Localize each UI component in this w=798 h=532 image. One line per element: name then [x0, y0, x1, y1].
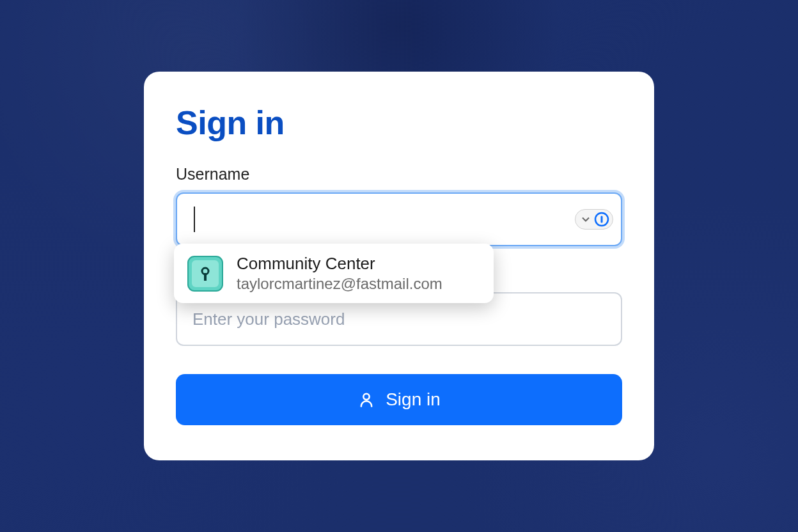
username-input-wrapper: [176, 192, 622, 246]
autofill-subtitle: taylorcmartinez@fastmail.com: [237, 275, 442, 293]
username-label: Username: [176, 165, 622, 184]
svg-point-2: [364, 394, 370, 400]
page-title: Sign in: [176, 104, 622, 142]
autofill-controls[interactable]: [575, 209, 613, 230]
text-cursor: [194, 207, 195, 232]
chevron-down-icon[interactable]: [579, 212, 593, 226]
autofill-title: Community Center: [237, 254, 442, 274]
signin-button[interactable]: Sign in: [176, 374, 622, 425]
svg-rect-6: [204, 273, 207, 281]
svg-rect-1: [601, 216, 603, 223]
autofill-suggestion[interactable]: Community Center taylorcmartinez@fastmai…: [174, 244, 494, 303]
username-input[interactable]: [176, 192, 622, 246]
autofill-text: Community Center taylorcmartinez@fastmai…: [237, 254, 442, 293]
person-icon: [357, 391, 375, 409]
signin-button-label: Sign in: [386, 389, 441, 410]
onepassword-icon[interactable]: [594, 212, 609, 227]
lock-icon: [187, 255, 224, 292]
